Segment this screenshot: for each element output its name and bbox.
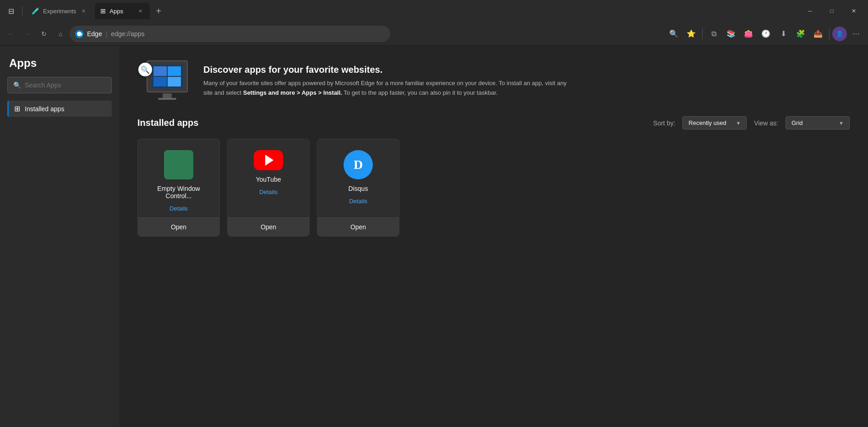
monitor-stand [163,93,172,98]
disqus-details-link[interactable]: Details [349,198,367,205]
monitor-illustration [147,60,188,92]
hero-desc-after: To get to the app faster, you can also p… [342,89,497,96]
youtube-icon [254,150,283,170]
experiments-tab-label: Experiments [43,8,76,15]
home-btn[interactable]: ⌂ [53,27,68,41]
tile-1 [153,66,167,76]
ewc-app-name: Empty Window Control... [145,185,212,200]
ewc-details-link[interactable]: Details [169,205,188,212]
apps-tab-label: Apps [109,8,123,15]
tile-4 [168,77,181,86]
youtube-open-btn[interactable]: Open [228,217,309,236]
tile-2 [168,66,181,76]
nav-right-icons: 🔍 ⭐ ⧉ 📚 👛 🕐 ⬇ 🧩 📤 👤 ⋯ [666,26,864,42]
disqus-icon: D [344,150,373,179]
sidebar: Apps 🔍 ⊞ Installed apps [0,46,119,427]
new-tab-btn[interactable]: + [152,4,165,18]
youtube-app-name: YouTube [256,176,281,183]
ewc-icon [164,150,193,179]
downloads-btn[interactable]: ⬇ [775,26,792,42]
browser-name-label: Edge [87,30,102,38]
nav-divider-2 [829,28,830,39]
installed-apps-title: Installed apps [137,118,198,128]
nav-divider-1 [702,28,703,39]
tab-apps[interactable]: ⊞ Apps ✕ [95,3,150,19]
address-bar[interactable]: Edge | edge://apps [70,26,390,42]
app-card-youtube-top: YouTube Details [228,139,309,217]
ewc-open-btn[interactable]: Open [138,217,219,236]
section-controls: Sort by: Recently used ▼ View as: Grid ▼ [653,116,850,130]
app-card-ewc[interactable]: Empty Window Control... Details Open [137,139,220,237]
back-btn: ← [4,27,18,41]
youtube-details-link[interactable]: Details [259,189,278,195]
split-screen-btn[interactable]: ⧉ [705,26,722,42]
app-card-disqus[interactable]: D Disqus Details Open [317,139,399,237]
sidebar-item-installed-apps[interactable]: ⊞ Installed apps [7,101,112,117]
hero-title: Discover apps for your favorite websites… [203,65,570,75]
search-input[interactable] [25,81,106,89]
section-header: Installed apps Sort by: Recently used ▼ … [137,116,850,130]
monitor-screen [152,65,183,89]
favorites-btn[interactable]: ⭐ [683,26,699,42]
content-area: 🔍 Discover apps for your favorite websit… [119,46,868,427]
tab-divider [22,6,22,16]
monitor-base [158,98,176,100]
title-bar: ⊟ 🧪 Experiments ✕ ⊞ Apps ✕ + ─ □ ✕ [0,0,868,22]
view-chevron-icon: ▼ [839,120,844,126]
experiments-tab-icon: 🧪 [32,7,39,15]
address-divider: | [106,30,108,38]
hero-section: 🔍 Discover apps for your favorite websit… [137,60,850,102]
sort-value: Recently used [688,119,726,126]
sort-chevron-icon: ▼ [736,120,741,126]
app-card-ewc-top: Empty Window Control... Details [138,139,219,217]
apps-tab-icon: ⊞ [100,7,106,15]
view-label: View as: [754,119,778,127]
search-bubble: 🔍 [138,63,152,76]
tile-3 [153,77,167,86]
hero-description: Many of your favorite sites offer apps p… [203,79,570,98]
profile-btn[interactable]: 👤 [832,27,847,41]
more-btn[interactable]: ⋯ [848,26,864,42]
search-icon: 🔍 [13,81,21,89]
share-btn[interactable]: 📤 [810,26,826,42]
address-url-label: edge://apps [111,30,144,38]
hero-text: Discover apps for your favorite websites… [203,65,570,98]
view-dropdown[interactable]: Grid ▼ [786,116,850,130]
apps-grid: Empty Window Control... Details Open You… [137,139,850,237]
view-value: Grid [792,119,803,126]
disqus-open-btn[interactable]: Open [317,217,399,236]
sidebar-title: Apps [7,57,112,70]
apps-tab-close[interactable]: ✕ [136,7,144,15]
hero-image: 🔍 [137,60,192,102]
nav-bar: ← → ↻ ⌂ Edge | edge://apps 🔍 ⭐ ⧉ 📚 👛 🕐 ⬇… [0,22,868,46]
tab-experiments[interactable]: 🧪 Experiments ✕ [26,3,93,19]
installed-apps-icon: ⊞ [14,104,20,113]
refresh-btn[interactable]: ↻ [37,27,51,41]
minimize-btn[interactable]: ─ [799,4,820,18]
youtube-play-icon [265,155,273,166]
app-card-disqus-top: D Disqus Details [317,139,399,217]
close-btn[interactable]: ✕ [843,4,864,18]
extensions-btn[interactable]: 🧩 [792,26,809,42]
window-controls: ─ □ ✕ [799,4,864,18]
history-btn[interactable]: 🕐 [758,26,774,42]
edge-logo [75,30,83,38]
sidebar-toggle-btn[interactable]: ⊟ [4,4,18,18]
forward-btn: → [20,27,35,41]
sort-label: Sort by: [653,119,675,127]
main-layout: Apps 🔍 ⊞ Installed apps [0,46,868,427]
sidebar-item-installed-apps-label: Installed apps [25,105,64,113]
maximize-btn[interactable]: □ [821,4,842,18]
wallet-btn[interactable]: 👛 [740,26,757,42]
collections-btn[interactable]: 📚 [723,26,739,42]
experiments-tab-close[interactable]: ✕ [80,7,87,15]
disqus-app-name: Disqus [349,185,368,192]
zoom-btn[interactable]: 🔍 [666,26,682,42]
app-card-youtube[interactable]: YouTube Details Open [227,139,310,237]
sort-dropdown[interactable]: Recently used ▼ [682,116,747,130]
hero-desc-bold: Settings and more > Apps > Install. [243,89,342,96]
search-box[interactable]: 🔍 [7,77,112,93]
